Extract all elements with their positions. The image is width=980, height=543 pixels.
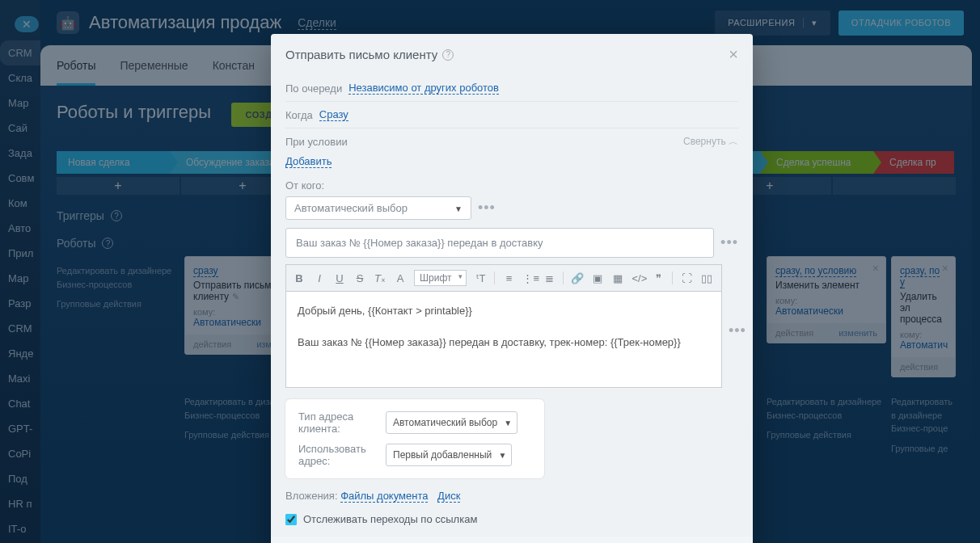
align-icon[interactable]: ≣ [543,272,555,284]
table-icon[interactable]: ▦ [611,272,624,284]
quote-icon[interactable]: ❞ [652,272,665,284]
use-address-select[interactable]: Первый добавленный▼ [386,444,512,466]
modal-title: Отправить письмо клиенту [285,48,437,61]
italic-icon[interactable]: I [313,272,326,284]
subject-input[interactable] [285,228,714,258]
help-icon[interactable]: ? [442,49,454,61]
font-size-icon[interactable]: ᵗT [474,272,487,284]
address-type-select[interactable]: Автоматический выбор▼ [386,411,517,434]
from-label: От кого: [285,179,738,192]
attachments-row: Вложения: Файлы документа Диск [285,490,738,502]
strike-icon[interactable]: S [353,272,366,284]
add-condition-link[interactable]: Добавить [285,155,332,168]
track-links-label: Отслеживать переходы по ссылкам [303,513,477,525]
ul-icon[interactable]: ⋮≡ [522,272,535,284]
font-select[interactable]: Шрифт [414,270,467,286]
close-icon[interactable]: × [729,45,738,64]
when-row: Когда Сразу [285,101,738,128]
robot-settings-modal: Отправить письмо клиенту ? × По очереди … [271,34,753,543]
attach-disk-link[interactable]: Диск [437,490,460,503]
editor-toolbar: B I U S Tₓ A Шрифт ᵗT ≡ ⋮≡ ≣ 🔗 ▣ ▦ </ [285,264,722,291]
attach-doc-link[interactable]: Файлы документа [340,490,428,503]
address-settings-panel: Тип адреса клиента: Автоматический выбор… [285,399,544,478]
bold-icon[interactable]: B [293,272,306,284]
from-select[interactable]: Автоматический выбор▼ [285,196,471,220]
editor-body[interactable]: Добрый день, {{Контакт > printable}} Ваш… [285,291,722,388]
fullscreen-icon[interactable]: ⛶ [680,272,693,284]
more-icon[interactable]: ••• [478,200,496,217]
code-icon[interactable]: </> [632,272,644,284]
track-links-checkbox[interactable] [285,514,297,525]
text-color-icon[interactable]: A [394,272,407,284]
image-icon[interactable]: ▣ [591,272,604,284]
collapse-link[interactable]: Свернуть ︿ [683,135,738,149]
clear-format-icon[interactable]: Tₓ [374,272,387,284]
link-icon[interactable]: 🔗 [571,272,584,284]
queue-value[interactable]: Независимо от других роботов [348,82,499,95]
more-icon[interactable]: ••• [720,234,738,251]
queue-row: По очереди Независимо от других роботов [285,75,738,101]
when-value[interactable]: Сразу [319,108,348,121]
more-icon[interactable]: ••• [729,322,746,339]
underline-icon[interactable]: U [333,272,346,284]
split-icon[interactable]: ▯▯ [700,272,713,284]
condition-row: При условии Свернуть ︿ [285,128,738,155]
ol-icon[interactable]: ≡ [502,272,515,284]
